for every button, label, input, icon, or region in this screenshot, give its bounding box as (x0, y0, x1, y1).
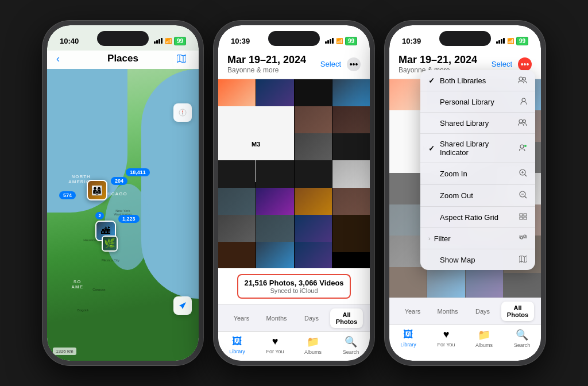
signal-bar-3 (158, 39, 160, 44)
tab-years-2[interactable]: Years (225, 312, 258, 325)
zoom-out-icon (519, 191, 527, 200)
menu-item-left-aspect: ✓ Aspect Ratio Grid (428, 213, 498, 222)
pin-574[interactable]: 574 (59, 191, 76, 199)
menu-item-filter[interactable]: › Filter (420, 228, 535, 249)
two-person-icon-2 (518, 119, 527, 126)
signal-bar-4 (161, 38, 163, 44)
phone-2-library: 10:39 📶 99 Mar 19–21, 2024 Bayonne & mor… (214, 21, 374, 365)
more-button[interactable]: ••• (347, 57, 361, 71)
south-america-label: SOAME (71, 279, 83, 290)
pin-18411[interactable]: 18,411 (126, 168, 150, 176)
location-arrow-icon (178, 301, 187, 310)
photo-cell-thumb4[interactable] (295, 242, 332, 268)
magnify-plus-icon (519, 169, 527, 177)
person-badge-icon (519, 144, 527, 151)
menu-item-shared-library[interactable]: ✓ Shared Library (420, 113, 535, 134)
menu-item-left-zoomin: ✓ Zoom In (428, 169, 467, 178)
svg-point-9 (524, 145, 527, 147)
menu-item-left-filter: › Filter (428, 234, 451, 243)
photo-cell-thumb2[interactable] (218, 242, 256, 268)
pin-204[interactable]: 204 (111, 177, 127, 185)
select-button[interactable]: Select (320, 60, 341, 68)
wifi-icon-2: 📶 (336, 38, 343, 44)
tab-months-2[interactable]: Months (260, 312, 293, 325)
dropdown-overlay[interactable]: ✓ Both Libraries ✓ (389, 25, 541, 361)
photo-library-header: Mar 19–21, 2024 Bayonne & more Select ••… (218, 51, 370, 79)
svg-point-8 (520, 145, 524, 148)
signal-bars-1 (154, 38, 163, 44)
tab-foryou-2[interactable]: ♥ For You (256, 335, 294, 355)
two-person-icon (518, 76, 527, 83)
photo-cell-thumb3[interactable] (256, 242, 293, 268)
directions-button[interactable] (173, 296, 192, 315)
photo-thumbnail: 👨‍👩‍👧 (88, 181, 106, 199)
photo-cell-thumb1[interactable] (332, 215, 370, 252)
svg-point-6 (519, 119, 523, 123)
personal-library-icon (520, 97, 527, 106)
show-map-icon (519, 255, 527, 264)
show-map-label: Show Map (440, 256, 475, 264)
svg-rect-20 (524, 217, 527, 219)
header-actions: Select ••• (320, 57, 361, 71)
shared-library-icon (518, 118, 527, 128)
menu-item-left-map: ✓ Show Map (428, 256, 475, 264)
pin-2[interactable]: 2 (95, 212, 103, 219)
status-time-1: 10:40 (60, 37, 79, 45)
houston-label: Houston (83, 238, 96, 242)
places-title: Places (107, 53, 138, 64)
svg-rect-17 (520, 214, 523, 216)
zoom-in-label: Zoom In (440, 169, 467, 178)
status-time-2: 10:39 (231, 37, 250, 45)
status-icons-1: 📶 99 (154, 37, 186, 45)
menu-item-personal-library[interactable]: ✓ Personal Library (420, 91, 535, 113)
compass-button[interactable] (173, 103, 192, 122)
library-icon-2: 🖼 (232, 335, 242, 348)
shared-library-label: Shared Library (440, 119, 489, 128)
menu-item-aspect-ratio[interactable]: ✓ Aspect Ratio Grid (420, 207, 535, 228)
zoom-in-icon (519, 169, 527, 179)
menu-item-left-personal: ✓ Personal Library (428, 98, 494, 106)
dropdown-menu: ✓ Both Libraries ✓ (420, 70, 535, 270)
phone-3-dropdown: 10:39 📶 99 Mar 19–21, 2024 Bayonne & mor… (385, 21, 546, 365)
pin-1223[interactable]: 1,223 (118, 215, 140, 223)
map-toggle-button[interactable] (173, 51, 189, 67)
atlantic-ocean (141, 69, 199, 299)
svg-point-5 (522, 98, 525, 102)
places-nav: ‹ Places (47, 51, 199, 69)
menu-item-shared-indicator[interactable]: ✓ Shared Library Indicator (420, 134, 535, 163)
map-container[interactable]: NORTHAMERICA SOAME Chicago New YorkWashi… (47, 69, 199, 361)
sb2 (327, 40, 329, 44)
menu-item-show-map[interactable]: ✓ Show Map (420, 249, 535, 270)
both-libraries-icon (518, 76, 527, 85)
back-button[interactable]: ‹ (56, 53, 60, 65)
photo-grid[interactable]: M3 0:22 2:47 4:14 (218, 79, 370, 268)
photo-count: 21,516 Photos, 3,066 Videos (244, 279, 343, 287)
battery-icon-1: 99 (174, 37, 186, 45)
header-row: Mar 19–21, 2024 Bayonne & more Select ••… (227, 54, 361, 74)
photo-pin-small[interactable]: 🌿 (102, 236, 118, 252)
location-subtitle: Bayonne & more (227, 66, 306, 74)
zoom-out-label: Zoom Out (440, 191, 473, 200)
menu-item-left-zoomout: ✓ Zoom Out (428, 191, 473, 200)
photo-pin-family[interactable]: 👨‍👩‍👧 (87, 180, 107, 200)
caracas-label: Caracas (92, 288, 105, 291)
battery-icon-2: 99 (345, 37, 357, 45)
tab-allphotos-2[interactable]: All Photos (330, 308, 363, 328)
menu-item-left-shared: ✓ Shared Library (428, 119, 489, 128)
tab-days-2[interactable]: Days (295, 312, 328, 325)
dynamic-island-3 (439, 31, 491, 46)
filter-label: Filter (434, 234, 451, 243)
menu-item-zoom-in[interactable]: ✓ Zoom In (420, 163, 535, 185)
tab-library-2[interactable]: 🖼 Library (218, 335, 256, 355)
phone-1-places: 10:40 📶 99 ‹ Places (42, 21, 203, 365)
compass-icon (179, 109, 187, 117)
menu-item-zoom-out[interactable]: ✓ Zoom Out (420, 185, 535, 207)
header-date-block: Mar 19–21, 2024 Bayonne & more (227, 54, 306, 74)
sb4 (332, 38, 334, 44)
signal-bars-2 (325, 38, 334, 44)
tab-albums-2[interactable]: 📁 Albums (294, 335, 332, 355)
menu-item-both-libraries[interactable]: ✓ Both Libraries (420, 70, 535, 91)
tab-search-2[interactable]: 🔍 Search (332, 335, 370, 355)
grid-icon (519, 213, 527, 220)
map-icon (177, 55, 186, 63)
